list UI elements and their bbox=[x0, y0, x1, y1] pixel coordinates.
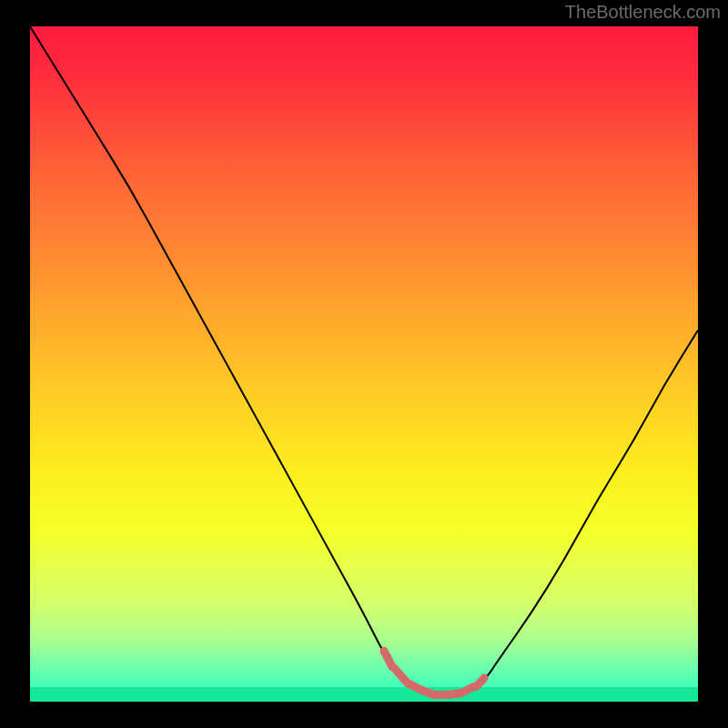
bottleneck-curve bbox=[30, 26, 698, 695]
highlight-markers bbox=[384, 651, 484, 694]
highlight-segment bbox=[476, 678, 484, 687]
curve-svg bbox=[30, 26, 698, 702]
watermark-text: TheBottleneck.com bbox=[565, 2, 721, 23]
highlight-segment bbox=[384, 651, 392, 666]
chart-container bbox=[30, 26, 698, 702]
